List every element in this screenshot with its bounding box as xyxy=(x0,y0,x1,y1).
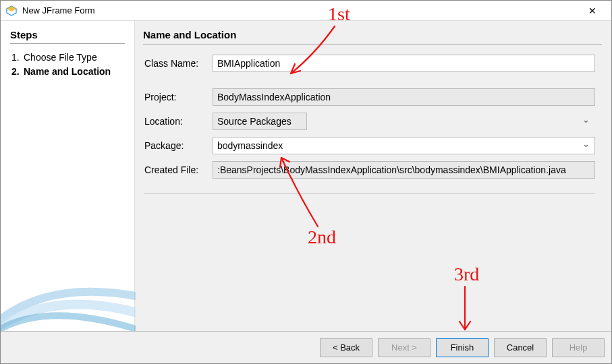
createdfile-label: Created File: xyxy=(144,164,208,175)
step-item-current: 2. Name and Location xyxy=(11,65,125,79)
step-label: Choose File Type xyxy=(24,51,97,65)
location-select[interactable]: Source Packages xyxy=(213,113,307,130)
content-panel: Name and Location Class Name: Project: B… xyxy=(134,21,611,331)
createdfile-field: :BeansProjects\BodyMassIndexApplication\… xyxy=(213,161,595,179)
window-title: New JFrame Form xyxy=(22,5,579,16)
classname-label: Class Name: xyxy=(144,58,208,69)
cancel-button[interactable]: Cancel xyxy=(494,338,547,357)
titlebar: New JFrame Form ✕ xyxy=(1,1,611,21)
finish-button[interactable]: Finish xyxy=(436,338,489,357)
steps-sidebar: Steps 1. Choose File Type 2. Name and Lo… xyxy=(1,21,134,331)
classname-input[interactable] xyxy=(213,55,595,72)
project-label: Project: xyxy=(144,92,208,102)
close-button[interactable]: ✕ xyxy=(579,1,606,20)
project-field: BodyMassIndexApplication xyxy=(213,88,595,106)
svg-marker-1 xyxy=(7,6,16,11)
wizard-footer: < Back Next > Finish Cancel Help xyxy=(1,331,611,363)
next-button: Next > xyxy=(378,338,430,357)
step-item: 1. Choose File Type xyxy=(11,51,125,65)
package-input[interactable] xyxy=(213,137,595,154)
package-label: Package: xyxy=(144,140,208,151)
location-label: Location: xyxy=(144,116,208,127)
decorative-swoosh xyxy=(1,250,136,331)
content-heading: Name and Location xyxy=(143,29,602,45)
steps-heading: Steps xyxy=(10,29,125,44)
step-label: Name and Location xyxy=(24,65,111,79)
separator xyxy=(144,193,595,194)
back-button[interactable]: < Back xyxy=(320,338,372,357)
app-icon xyxy=(6,5,17,16)
help-button: Help xyxy=(552,338,605,357)
